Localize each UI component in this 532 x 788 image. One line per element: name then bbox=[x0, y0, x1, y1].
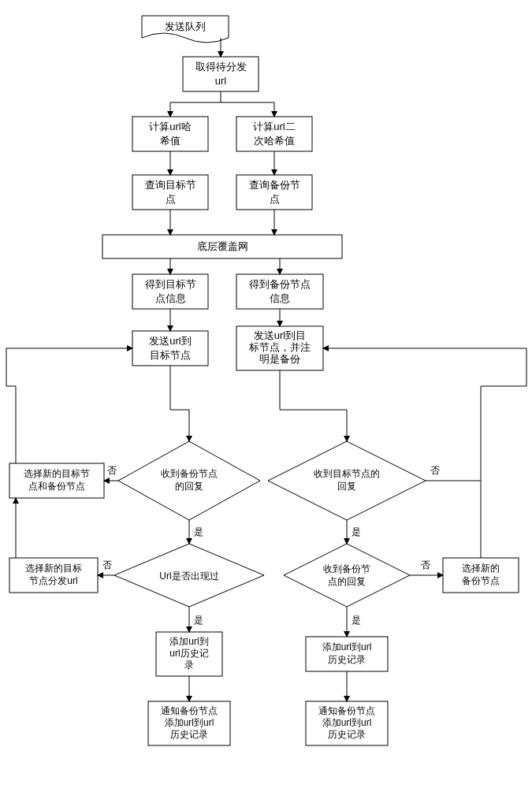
find-target-l1: 查询目标节 bbox=[145, 179, 196, 191]
hash2-l2: 次哈希值 bbox=[254, 135, 295, 147]
notify-r-l3: 历史记录 bbox=[328, 729, 366, 740]
notify-r-l1: 通知备份节点 bbox=[318, 705, 375, 716]
edge-send-target-down-a bbox=[170, 366, 189, 410]
add-hist-l-l2: url历史记 bbox=[169, 648, 208, 659]
reply-backup-l1: 收到备份节点 bbox=[161, 468, 218, 479]
find-backup-l1: 查询备份节 bbox=[249, 179, 300, 191]
hash1-l1: 计算url哈 bbox=[149, 121, 191, 132]
new-both-l1: 选择新的目标节 bbox=[24, 468, 90, 479]
edge-send-backup-down-a bbox=[280, 370, 347, 410]
reply-target-l1: 收到目标节点的 bbox=[314, 468, 380, 479]
reply-backup-l2: 的回复 bbox=[175, 481, 203, 492]
edge-new-both-feedback bbox=[6, 348, 132, 463]
reply-target-no-label: 否 bbox=[430, 465, 440, 476]
reply-backup2-yes-label: 是 bbox=[352, 615, 361, 626]
reply-backup2-no-label: 否 bbox=[421, 559, 430, 571]
notify-l-l1: 通知备份节点 bbox=[161, 705, 218, 716]
overlay-l1: 底层覆盖网 bbox=[197, 240, 248, 252]
send-backup-l2: 标节点，并注 bbox=[248, 341, 311, 353]
new-target-l2: 节点分发url bbox=[29, 575, 77, 586]
got-backup-l2: 信息 bbox=[270, 292, 290, 304]
add-hist-r-l2: 历史记录 bbox=[328, 654, 366, 665]
edge-get-fork bbox=[170, 91, 274, 102]
notify-l-l3: 历史记录 bbox=[170, 729, 208, 740]
send-target-l1: 发送url到 bbox=[149, 335, 191, 347]
reply-target-l2: 回复 bbox=[337, 481, 356, 492]
url-seen-no-label: 否 bbox=[102, 559, 112, 571]
find-backup-l2: 点 bbox=[270, 193, 280, 205]
notify-l-l2: 添加url到url bbox=[165, 717, 214, 728]
got-backup-l1: 得到备份节点 bbox=[249, 278, 311, 290]
reply-target-yes-label: 是 bbox=[352, 526, 361, 537]
find-target-l2: 点 bbox=[166, 193, 176, 205]
send-target-l2: 目标节点 bbox=[150, 349, 191, 361]
reply-backup2-l2: 点的回复 bbox=[328, 576, 366, 587]
notify-r-l2: 添加url到url bbox=[322, 717, 372, 728]
new-backup-l2: 备份节点 bbox=[462, 575, 500, 586]
url-seen-yes-label: 是 bbox=[194, 615, 203, 626]
got-target-l1: 得到目标节 bbox=[145, 278, 196, 290]
url-seen-l1: Url是否出现过 bbox=[159, 571, 218, 582]
reply-backup2-diamond bbox=[284, 544, 410, 607]
get-l1: 取得待分发 bbox=[195, 61, 247, 72]
hash1-l2: 希值 bbox=[160, 135, 180, 147]
queue-label: 发送队列 bbox=[165, 20, 206, 32]
reply-backup-yes-label: 是 bbox=[194, 526, 203, 537]
new-backup-l1: 选择新的 bbox=[462, 563, 500, 574]
get-l2: url bbox=[215, 75, 227, 87]
got-target-l2: 点信息 bbox=[155, 292, 186, 304]
add-hist-l-l1: 添加url到 bbox=[169, 636, 208, 647]
reply-backup-no-label: 否 bbox=[107, 465, 117, 476]
hash2-l1: 计算url二 bbox=[253, 121, 295, 132]
flowchart: 发送队列 取得待分发 url 计算url哈 希值 计算url二 次哈希值 查询目… bbox=[0, 0, 532, 788]
send-backup-l3: 明是备份 bbox=[259, 353, 300, 365]
reply-backup2-l1: 收到备份节 bbox=[323, 563, 370, 574]
new-both-l2: 点和备份节点 bbox=[28, 481, 85, 492]
new-target-l1: 选择新的目标 bbox=[25, 563, 82, 574]
send-backup-l1: 发送url到目 bbox=[254, 329, 306, 341]
add-hist-l-l3: 录 bbox=[184, 660, 194, 671]
add-hist-r-l1: 添加url到url bbox=[322, 641, 372, 652]
